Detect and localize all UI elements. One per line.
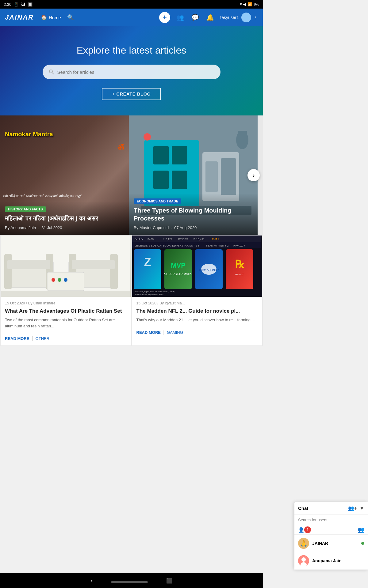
svg-text:and Master Superstar MFs.: and Master Superstar MFs. xyxy=(135,293,164,296)
article-grid: 15 Oct 2020 / By Chair Inshare What Are … xyxy=(0,235,263,346)
user-menu[interactable]: tesyuser1 ⋮ xyxy=(220,13,258,22)
recent-apps-button[interactable]: ⬛ xyxy=(166,578,172,584)
search-bar[interactable] xyxy=(43,65,220,79)
people-icon[interactable]: 👥 xyxy=(176,14,184,21)
featured-card-1[interactable]: ttps://www.google.com Namokar Mantra ॐ ण… xyxy=(0,115,129,235)
featured-card-2[interactable]: ECONOMICS AND TRADE Three Types of Blowi… xyxy=(129,115,258,235)
article-card-2: SETS $420 ₹ 2,122 PT DSS ₱ 10,491 MJT L … xyxy=(132,236,263,345)
svg-text:₱ 10,491: ₱ 10,491 xyxy=(194,238,205,241)
svg-text:MVP: MVP xyxy=(171,262,186,269)
hero-title: Explore the latest articles xyxy=(77,45,186,56)
more-icon[interactable]: ⋮ xyxy=(254,15,258,20)
article2-body: 15 Oct 2020 / By Igvault Ma... The Madde… xyxy=(132,297,263,330)
hero-section: Explore the latest articles + CREATE BLO… xyxy=(0,26,263,115)
svg-rect-12 xyxy=(221,158,236,195)
time: 2:30 xyxy=(4,2,11,7)
svg-text:RIVALZ 7: RIVALZ 7 xyxy=(233,244,245,247)
svg-text:₹ 2,122: ₹ 2,122 xyxy=(163,238,172,241)
rattan-svg xyxy=(1,236,130,297)
notification-icon[interactable]: 🔔 xyxy=(206,14,214,21)
card1-mantra-title: Namokar Mantra xyxy=(5,131,53,138)
article1-read-more[interactable]: READ MORE xyxy=(5,336,29,341)
svg-point-0 xyxy=(244,14,248,18)
card1-overlay: HISTORY AND FACTS महिलाओ पर गठिया (अर्थर… xyxy=(0,201,129,235)
create-blog-button[interactable]: + CREATE BLOG xyxy=(102,88,161,100)
svg-rect-19 xyxy=(4,254,12,289)
article2-image: SETS $420 ₹ 2,122 PT DSS ₱ 10,491 MJT L … xyxy=(132,236,263,297)
article2-read-more[interactable]: READ MORE xyxy=(136,330,161,335)
avatar xyxy=(241,13,251,22)
chat-icon[interactable]: 💬 xyxy=(191,14,199,21)
whatsapp-icon: 📱 xyxy=(14,2,19,7)
home-label: Home xyxy=(49,15,61,20)
article1-category[interactable]: OTHER xyxy=(36,336,50,341)
status-right: ▼◀ 📶 8% xyxy=(239,2,259,6)
logo: JAINAR xyxy=(5,13,34,21)
svg-text:MJT L: MJT L xyxy=(212,238,220,241)
home-icon: 🏠 xyxy=(41,15,47,20)
search-nav-icon[interactable]: 🔍 xyxy=(67,14,74,21)
svg-text:PT DSS: PT DSS xyxy=(178,238,188,241)
card1-meta: By Anupama Jain · 31 Jul 2020 xyxy=(5,225,124,230)
search-icon xyxy=(49,69,54,75)
svg-rect-8 xyxy=(153,171,169,189)
svg-rect-21 xyxy=(7,260,50,269)
card1-tag: HISTORY AND FACTS xyxy=(5,206,46,212)
search-input[interactable] xyxy=(57,70,214,75)
svg-text:Z: Z xyxy=(144,256,151,269)
add-button[interactable]: + xyxy=(159,12,170,23)
svg-text:TEAM AFFINITY: TEAM AFFINITY xyxy=(198,268,219,271)
home-indicator[interactable] xyxy=(111,581,148,583)
svg-text:TEAM AFFINITY 2: TEAM AFFINITY 2 xyxy=(206,244,228,247)
svg-text:℞: ℞ xyxy=(235,258,244,270)
status-left: 2:30 📱 🖼 🔲 xyxy=(4,2,33,7)
madden-svg: SETS $420 ₹ 2,122 PT DSS ₱ 10,491 MJT L … xyxy=(132,236,261,297)
card2-title: Three Types of Blowing Moulding Processe… xyxy=(134,206,253,222)
signal-icon: ▼◀ xyxy=(239,2,246,6)
svg-point-2 xyxy=(49,70,52,73)
article1-title: What Are The Advantages Of Plastic Ratta… xyxy=(5,308,127,315)
svg-text:SUPERSTAR MVPS: SUPERSTAR MVPS xyxy=(164,273,192,276)
card1-title: महिलाओ पर गठिया (अर्थराइटिस ) का असर xyxy=(5,214,124,222)
article2-footer: READ MORE | GAMING xyxy=(132,330,263,340)
card1-om: ॐ xyxy=(118,143,124,152)
svg-text:LEGENDS 2 SUB CATEGORIES: LEGENDS 2 SUB CATEGORIES xyxy=(135,244,175,247)
svg-text:Exchange players to earn Gold,: Exchange players to earn Gold, Elite, xyxy=(135,290,175,293)
svg-rect-6 xyxy=(153,146,169,164)
bottom-nav-bar: ‹ ⬛ xyxy=(0,573,263,588)
svg-point-27 xyxy=(52,278,55,282)
home-nav-item[interactable]: 🏠 Home xyxy=(41,15,61,20)
article2-excerpt: That's why our Madden 21... let you disc… xyxy=(136,317,258,323)
svg-text:$420: $420 xyxy=(148,238,154,241)
card1-rows: णमो अरि‌हंताणं णमो आया‌रियाणं णमो उव‌ज्झ… xyxy=(3,194,126,198)
svg-text:SETS: SETS xyxy=(135,237,143,241)
svg-rect-24 xyxy=(110,254,118,289)
card2-meta: By Master Capmold · 07 Aug 2020 xyxy=(134,225,253,230)
svg-rect-44 xyxy=(134,249,161,289)
svg-point-29 xyxy=(64,278,67,282)
svg-rect-14 xyxy=(238,131,247,143)
article1-meta: 15 Oct 2020 / By Chair Inshare xyxy=(5,301,127,305)
svg-point-28 xyxy=(58,278,61,282)
back-button[interactable]: ‹ xyxy=(90,577,93,584)
article1-image xyxy=(1,236,131,297)
article2-category[interactable]: GAMING xyxy=(167,330,183,335)
username: tesyuser1 xyxy=(220,15,239,20)
svg-rect-25 xyxy=(72,260,115,269)
svg-rect-11 xyxy=(205,161,218,192)
next-featured-button[interactable]: › xyxy=(247,169,260,181)
svg-text:RIVALZ: RIVALZ xyxy=(235,273,244,276)
card2-tag: ECONOMICS AND TRADE xyxy=(134,198,181,204)
article2-meta: 15 Oct 2020 / By Igvault Ma... xyxy=(136,301,258,305)
status-bar: 2:30 📱 🖼 🔲 ▼◀ 📶 8% xyxy=(0,0,263,9)
article-card-1: 15 Oct 2020 / By Chair Inshare What Are … xyxy=(1,236,131,345)
wifi-icon: 📶 xyxy=(247,2,252,6)
article1-excerpt: Two of the most common materials for Out… xyxy=(5,317,127,329)
featured-cards-row: ttps://www.google.com Namokar Mantra ॐ ण… xyxy=(0,115,263,235)
svg-rect-7 xyxy=(172,146,187,164)
article1-footer: READ MORE | OTHER xyxy=(1,336,131,345)
article1-body: 15 Oct 2020 / By Chair Inshare What Are … xyxy=(1,297,131,336)
svg-point-1 xyxy=(243,19,250,22)
svg-point-15 xyxy=(144,133,151,141)
svg-text:SUPERSTAR MVPS 8: SUPERSTAR MVPS 8 xyxy=(172,244,200,247)
